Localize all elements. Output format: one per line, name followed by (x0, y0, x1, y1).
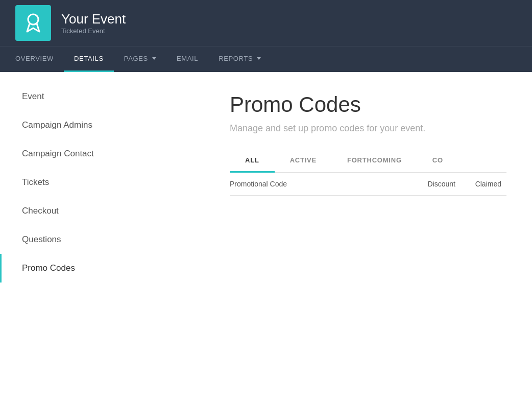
col-header-discount: Discount (394, 180, 455, 188)
nav-item-reports[interactable]: REPORTS (208, 46, 271, 72)
sidebar-item-campaign-admins[interactable]: Campaign Admins (0, 111, 204, 139)
sidebar-item-questions[interactable]: Questions (0, 225, 204, 254)
nav-item-email[interactable]: EMAIL (166, 46, 208, 72)
tab-co[interactable]: CO (417, 149, 458, 173)
table-header-row: Promotional Code Discount Claimed (230, 173, 506, 196)
reports-chevron-icon (257, 57, 261, 60)
col-header-claimed: Claimed (455, 180, 506, 188)
app-header: Your Event Ticketed Event (0, 0, 532, 46)
logo-box (15, 5, 51, 41)
nav-item-pages[interactable]: PAGES (114, 46, 166, 72)
main-layout: Event Campaign Admins Campaign Contact T… (0, 72, 532, 400)
tab-all[interactable]: ALL (230, 149, 275, 173)
sidebar-item-promo-codes[interactable]: Promo Codes (0, 254, 204, 283)
sidebar: Event Campaign Admins Campaign Contact T… (0, 72, 204, 400)
page-subtitle: Manage and set up promo codes for your e… (230, 123, 506, 134)
pages-chevron-icon (152, 57, 156, 60)
sidebar-item-event[interactable]: Event (0, 82, 204, 111)
promo-tabs: ALL ACTIVE FORTHCOMING CO (230, 149, 506, 173)
header-text: Your Event Ticketed Event (61, 11, 126, 35)
nav-item-overview[interactable]: OVERVIEW (15, 46, 64, 72)
main-nav: OVERVIEW DETAILS PAGES EMAIL REPORTS (0, 46, 532, 72)
svg-point-0 (28, 14, 38, 25)
ribbon-icon (24, 12, 42, 34)
promo-table: Promotional Code Discount Claimed (230, 173, 506, 196)
tab-forthcoming[interactable]: FORTHCOMING (332, 149, 417, 173)
event-type: Ticketed Event (61, 27, 126, 35)
main-content: Promo Codes Manage and set up promo code… (204, 72, 532, 400)
sidebar-item-campaign-contact[interactable]: Campaign Contact (0, 139, 204, 168)
col-header-promo-code: Promotional Code (230, 180, 394, 188)
sidebar-item-checkout[interactable]: Checkout (0, 197, 204, 225)
tab-active[interactable]: ACTIVE (275, 149, 332, 173)
sidebar-item-tickets[interactable]: Tickets (0, 168, 204, 197)
nav-item-details[interactable]: DETAILS (64, 46, 114, 72)
page-title: Promo Codes (230, 92, 506, 117)
event-name: Your Event (61, 11, 126, 27)
